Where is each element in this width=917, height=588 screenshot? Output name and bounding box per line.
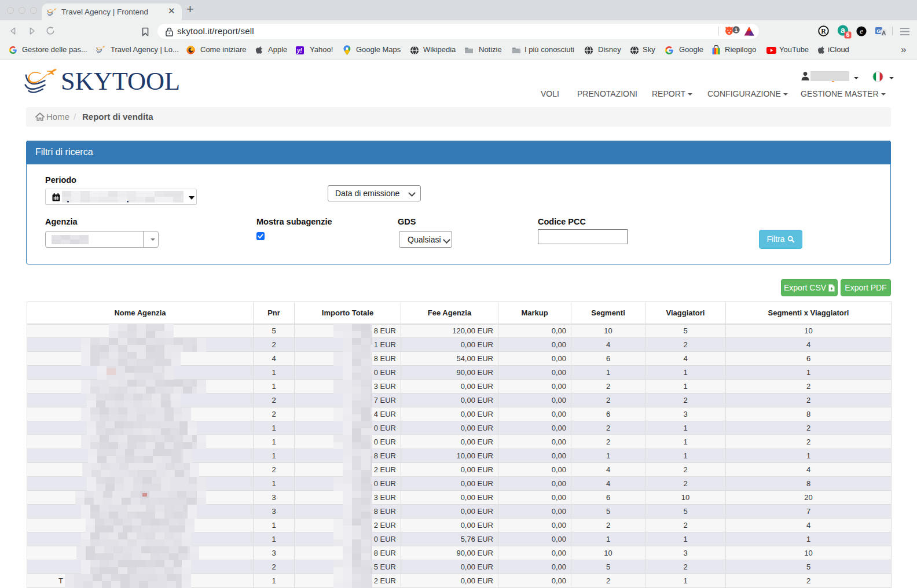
svg-text:e: e [860, 27, 863, 35]
svg-text:R: R [821, 27, 826, 35]
svg-text:y!: y! [296, 47, 303, 54]
svg-text:1: 1 [735, 27, 738, 33]
svg-text:6: 6 [846, 32, 850, 38]
svg-text:G: G [876, 28, 881, 34]
